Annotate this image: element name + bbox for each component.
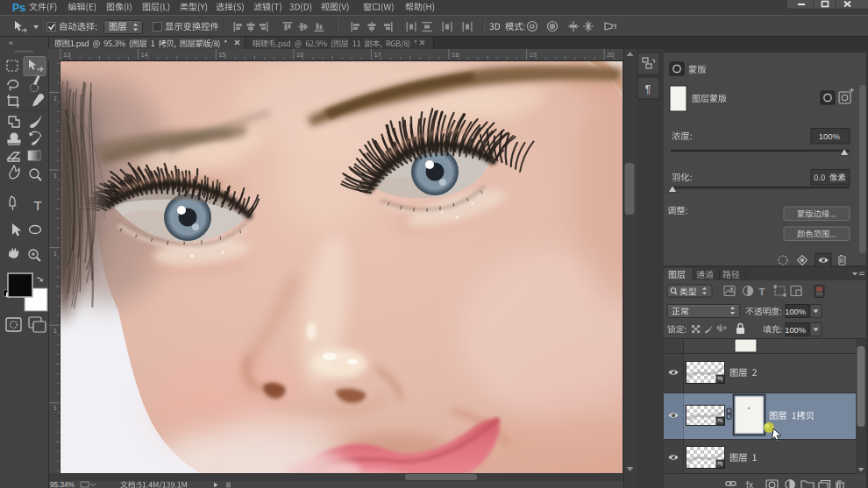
svg-text:fx: fx: [746, 480, 753, 488]
svg-text:1: 1: [53, 173, 57, 179]
svg-text:1: 1: [53, 405, 57, 411]
svg-text:15: 15: [218, 51, 225, 59]
svg-text:Ps: Ps: [12, 2, 25, 14]
svg-text:100%: 100%: [785, 326, 806, 335]
svg-text:1: 1: [53, 95, 57, 102]
svg-text:1: 1: [53, 328, 57, 334]
svg-text:«: «: [9, 39, 13, 47]
svg-text:95.34%: 95.34%: [50, 481, 75, 488]
svg-text:¶: ¶: [645, 83, 651, 95]
svg-text:100%: 100%: [819, 131, 841, 141]
svg-text:16: 16: [296, 51, 303, 59]
svg-text:1: 1: [53, 251, 57, 257]
svg-text:100%: 100%: [785, 308, 806, 316]
svg-text:20: 20: [607, 51, 614, 59]
svg-text:T: T: [33, 198, 41, 213]
svg-text:T: T: [758, 286, 765, 297]
svg-text:13: 13: [63, 51, 70, 59]
svg-text:14: 14: [141, 51, 148, 59]
svg-text:17: 17: [374, 51, 381, 59]
svg-text:18: 18: [452, 51, 459, 59]
svg-text:19: 19: [530, 51, 537, 59]
